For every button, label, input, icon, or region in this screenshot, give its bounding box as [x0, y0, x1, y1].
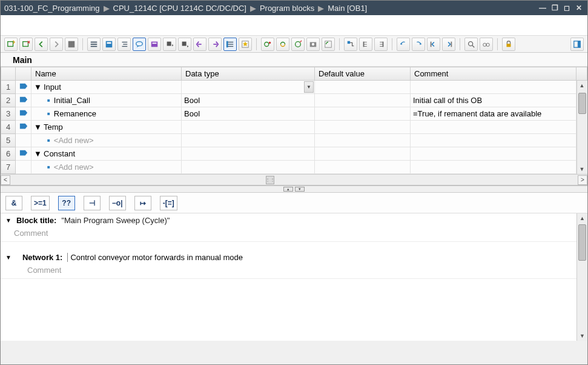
- go-offline-button[interactable]: [276, 38, 289, 51]
- default-cell[interactable]: [315, 134, 411, 147]
- breadcrumb-folder[interactable]: Program blocks: [260, 4, 314, 13]
- network-comment[interactable]: Comment: [1, 264, 587, 279]
- network-row[interactable]: ▼ Network 1:: [1, 250, 587, 264]
- insert-network-button[interactable]: [4, 38, 18, 51]
- grid-vertical-scrollbar[interactable]: ▲ ▼: [576, 81, 587, 174]
- collapse-icon[interactable]: ▼: [34, 82, 40, 92]
- comment-cell[interactable]: Initial call of this OB: [411, 94, 576, 107]
- collapse-icon[interactable]: ▼: [5, 254, 12, 261]
- comment-cell[interactable]: [411, 161, 576, 174]
- nav-back-button[interactable]: [35, 38, 48, 51]
- comment-cell[interactable]: [411, 147, 576, 161]
- breadcrumb-cpu[interactable]: CPU_1214C [CPU 1214C DC/DC/DC]: [113, 4, 246, 13]
- nav-left-button[interactable]: [193, 38, 206, 51]
- close-button[interactable]: ✕: [574, 4, 584, 12]
- collapse-icon[interactable]: ▼: [34, 122, 40, 132]
- scroll-up-icon[interactable]: ▲: [577, 81, 587, 90]
- favorites-button[interactable]: [239, 38, 252, 51]
- table-row[interactable]: 6 ▼Constant: [1, 147, 587, 161]
- comment-toggle-button[interactable]: [133, 38, 146, 51]
- datatype-cell[interactable]: Bool: [182, 94, 315, 107]
- table-row[interactable]: 1 ▼Input ▼ ▲ ▼: [1, 81, 587, 94]
- table-row[interactable]: 7 ■<Add new>: [1, 161, 587, 174]
- collapse-icon[interactable]: ▼: [5, 217, 12, 224]
- splitter-up-icon[interactable]: ▴: [283, 187, 293, 192]
- nav-right-button[interactable]: [208, 38, 222, 51]
- comment-cell[interactable]: [411, 121, 576, 134]
- scroll-up-icon[interactable]: ▲: [577, 213, 587, 223]
- table-row[interactable]: 5 ■<Add new>: [1, 134, 587, 147]
- minimize-button[interactable]: —: [538, 4, 547, 12]
- tags-button[interactable]: [148, 38, 161, 51]
- table-row[interactable]: 3 ■Remanence Bool =True, if remanent dat…: [1, 107, 587, 121]
- datatype-cell[interactable]: [182, 121, 315, 134]
- hscroll-handle-icon[interactable]: ⋮⋮: [266, 176, 274, 184]
- scroll-thumb[interactable]: [578, 224, 586, 261]
- datatype-cell[interactable]: Bool: [182, 107, 315, 121]
- scroll-left-icon[interactable]: <: [1, 175, 10, 185]
- col-default[interactable]: Default value: [315, 67, 411, 81]
- scroll-down-icon[interactable]: ▼: [577, 164, 587, 174]
- empty-box-button[interactable]: ??: [58, 196, 75, 210]
- monitor-button[interactable]: [291, 38, 305, 51]
- network-title-input[interactable]: [67, 253, 583, 262]
- datatype-cell[interactable]: ▼: [182, 81, 315, 94]
- search-button[interactable]: [464, 38, 478, 51]
- collapse-icon[interactable]: ▼: [34, 149, 40, 158]
- default-cell[interactable]: [315, 94, 411, 107]
- datatype-cell[interactable]: [182, 134, 315, 147]
- datatype-cell[interactable]: [182, 147, 315, 161]
- add-new-placeholder[interactable]: <Add new>: [54, 162, 94, 172]
- call-structure-button[interactable]: [344, 38, 357, 51]
- scroll-right-icon[interactable]: >: [578, 175, 587, 185]
- no-contact-button[interactable]: ⊣: [84, 196, 101, 210]
- struct-right-button[interactable]: [374, 38, 388, 51]
- struct-left-button[interactable]: [359, 38, 372, 51]
- block-title-value[interactable]: "Main Program Sweep (Cycle)": [61, 216, 170, 225]
- delete-network-button[interactable]: [19, 38, 33, 51]
- indent-button[interactable]: [117, 38, 131, 51]
- tool-button[interactable]: [65, 38, 78, 51]
- block-comment[interactable]: Comment: [1, 227, 587, 242]
- list-view-button[interactable]: [87, 38, 101, 51]
- splitter-bar[interactable]: ▴ ▾: [1, 186, 587, 193]
- comment-cell[interactable]: =True, if remanent data are available: [411, 107, 576, 121]
- datatype-cell[interactable]: [182, 161, 315, 174]
- comment-cell[interactable]: [411, 81, 576, 94]
- maximize-button[interactable]: ◻: [562, 4, 572, 12]
- panel-toggle-button[interactable]: [570, 38, 584, 51]
- breadcrumb-project[interactable]: 031-100_FC_Programming: [4, 4, 100, 13]
- download-button[interactable]: [163, 38, 176, 51]
- col-name[interactable]: Name: [31, 67, 182, 81]
- dropdown-icon[interactable]: ▼: [304, 81, 314, 93]
- and-box-button[interactable]: &: [5, 196, 22, 210]
- default-cell[interactable]: [315, 161, 411, 174]
- restore-button[interactable]: ❐: [550, 4, 560, 12]
- table-row[interactable]: 4 ▼Temp: [1, 121, 587, 134]
- sync-button[interactable]: [322, 38, 335, 51]
- default-cell[interactable]: [315, 107, 411, 121]
- grid-horizontal-scrollbar[interactable]: < ⋮⋮ >: [1, 174, 587, 185]
- col-comment[interactable]: Comment: [411, 67, 576, 81]
- comment-cell[interactable]: [411, 134, 576, 147]
- upload-button[interactable]: [178, 38, 191, 51]
- breadcrumb-block[interactable]: Main [OB1]: [328, 4, 367, 13]
- abs-toggle-button[interactable]: [223, 38, 237, 51]
- col-datatype[interactable]: Data type: [182, 67, 315, 81]
- table-row[interactable]: 2 ■Initial_Call Bool Initial call of thi…: [1, 94, 587, 107]
- block-view-button[interactable]: [102, 38, 116, 51]
- snapshot-button[interactable]: [306, 38, 320, 51]
- default-cell[interactable]: [315, 121, 411, 134]
- glasses-button[interactable]: [480, 38, 493, 51]
- block-title-row[interactable]: ▼ Block title: "Main Program Sweep (Cycl…: [1, 213, 587, 227]
- go-online-button[interactable]: [261, 38, 274, 51]
- default-cell[interactable]: [315, 147, 411, 161]
- undo-button[interactable]: [397, 38, 410, 51]
- add-new-placeholder[interactable]: <Add new>: [54, 136, 94, 145]
- nc-contact-button[interactable]: −o|: [109, 196, 126, 210]
- redo-button[interactable]: [412, 38, 425, 51]
- or-box-button[interactable]: >=1: [31, 196, 50, 210]
- default-cell[interactable]: [315, 81, 411, 94]
- step-prev-button[interactable]: [427, 38, 440, 51]
- editor-vertical-scrollbar[interactable]: ▲ ▼: [576, 213, 587, 341]
